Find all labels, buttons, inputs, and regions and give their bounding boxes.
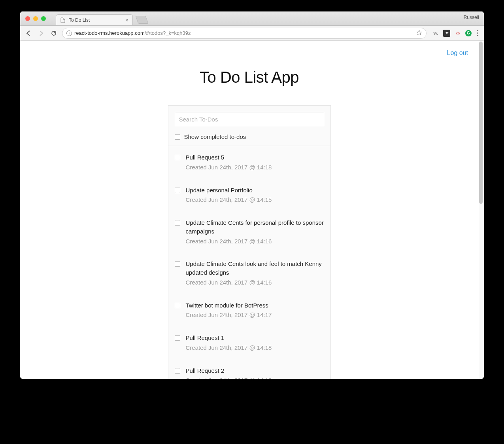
todo-checkbox[interactable]	[175, 261, 180, 267]
url-host: react-todo-rms.herokuapp.com	[74, 30, 145, 36]
back-button[interactable]	[24, 29, 33, 38]
extension-square-icon[interactable]: ✦	[443, 30, 450, 37]
todo-title: Twitter bot module for BotPress	[186, 301, 324, 310]
site-info-icon[interactable]: i	[66, 30, 72, 36]
todo-title: Pull Request 5	[186, 153, 324, 162]
browser-toolbar: i react-todo-rms.herokuapp.com/#/todos?_…	[20, 26, 484, 41]
bookmark-star-icon[interactable]	[416, 30, 422, 37]
browser-menu-button[interactable]	[476, 28, 480, 38]
file-icon	[60, 17, 66, 23]
title-bar: To Do List × Russell	[20, 11, 484, 26]
todo-checkbox[interactable]	[175, 303, 180, 308]
todo-meta: Created Jun 24th, 2017 @ 14:16	[186, 278, 324, 287]
todo-item[interactable]: Pull Request 2Created Jun 24th, 2017 @ 1…	[168, 359, 330, 379]
browser-window: To Do List × Russell i react-todo-rms.he…	[20, 11, 484, 379]
search-input[interactable]	[175, 112, 324, 126]
close-tab-icon[interactable]: ×	[125, 17, 128, 23]
todo-content: Pull Request 5Created Jun 24th, 2017 @ 1…	[186, 153, 324, 172]
todo-item[interactable]: Pull Request 1Created Jun 24th, 2017 @ 1…	[168, 326, 330, 359]
address-bar[interactable]: i react-todo-rms.herokuapp.com/#/todos?_…	[62, 28, 427, 39]
todo-checkbox[interactable]	[175, 155, 180, 160]
forward-button	[37, 29, 45, 38]
page-content: Log out To Do List App Show completed to…	[20, 41, 478, 379]
todo-content: Update Climate Cents look and feel to ma…	[186, 260, 324, 287]
maximize-window-button[interactable]	[41, 16, 46, 21]
todo-checkbox[interactable]	[175, 188, 180, 193]
minimize-window-button[interactable]	[33, 16, 38, 21]
todo-title: Pull Request 1	[186, 334, 324, 342]
search-section: Show completed to-dos	[168, 106, 330, 146]
show-completed-row: Show completed to-dos	[175, 133, 324, 140]
todo-item[interactable]: Update Climate Cents for personal profil…	[168, 211, 330, 252]
show-completed-checkbox[interactable]	[175, 134, 180, 140]
new-tab-button[interactable]	[135, 16, 148, 24]
todo-content: Pull Request 1Created Jun 24th, 2017 @ 1…	[186, 334, 324, 352]
todo-item[interactable]: Pull Request 5Created Jun 24th, 2017 @ 1…	[168, 146, 330, 179]
todo-title: Update Climate Cents for personal profil…	[186, 218, 324, 236]
todo-meta: Created Jun 24th, 2017 @ 14:15	[186, 195, 324, 204]
todo-checkbox[interactable]	[175, 220, 180, 226]
window-controls	[25, 16, 46, 21]
todo-content: Twitter bot module for BotPressCreated J…	[186, 301, 324, 320]
extension-co-icon[interactable]: co	[454, 30, 461, 37]
todo-item[interactable]: Twitter bot module for BotPressCreated J…	[168, 294, 330, 327]
profile-name[interactable]: Russell	[464, 15, 479, 20]
logout-link[interactable]: Log out	[447, 49, 468, 57]
scrollbar-track[interactable]	[479, 41, 483, 379]
extension-w-icon[interactable]: W.	[432, 30, 439, 37]
extension-icons: W. ✦ co G	[432, 28, 480, 38]
todo-checkbox[interactable]	[175, 368, 180, 374]
todo-item[interactable]: Update personal PortfolioCreated Jun 24t…	[168, 179, 330, 212]
todo-meta: Created Jun 24th, 2017 @ 14:18	[186, 343, 324, 352]
todo-meta: Created Jun 24th, 2017 @ 14:17	[186, 311, 324, 319]
url-path: /#/todos?_k=kqh39z	[145, 30, 191, 36]
todo-content: Update personal PortfolioCreated Jun 24t…	[186, 186, 324, 205]
close-window-button[interactable]	[25, 16, 30, 21]
url-text: react-todo-rms.herokuapp.com/#/todos?_k=…	[74, 30, 191, 36]
todo-meta: Created Jun 24th, 2017 @ 14:18	[186, 163, 324, 172]
todo-title: Update personal Portfolio	[186, 186, 324, 195]
todo-list: Pull Request 5Created Jun 24th, 2017 @ 1…	[168, 146, 330, 379]
tab-title: To Do List	[69, 17, 90, 23]
todo-meta: Created Jun 24th, 2017 @ 14:16	[186, 237, 324, 246]
todo-item[interactable]: Update Climate Cents look and feel to ma…	[168, 252, 330, 294]
viewport: Log out To Do List App Show completed to…	[20, 41, 484, 379]
scrollbar-thumb[interactable]	[479, 42, 483, 204]
show-completed-label: Show completed to-dos	[184, 133, 246, 140]
todo-content: Pull Request 2Created Jun 24th, 2017 @ 1…	[186, 366, 324, 379]
page-title: To Do List App	[20, 68, 478, 86]
todo-checkbox[interactable]	[175, 335, 180, 341]
todo-content: Update Climate Cents for personal profil…	[186, 218, 324, 245]
browser-tab[interactable]: To Do List ×	[56, 14, 133, 25]
todo-title: Update Climate Cents look and feel to ma…	[186, 260, 324, 277]
todo-card: Show completed to-dos Pull Request 5Crea…	[168, 105, 331, 379]
extension-grammarly-icon[interactable]: G	[465, 30, 472, 36]
todo-title: Pull Request 2	[186, 366, 324, 375]
reload-button[interactable]	[49, 29, 58, 38]
todo-meta: Created Jun 24th, 2017 @ 14:18	[186, 376, 324, 379]
